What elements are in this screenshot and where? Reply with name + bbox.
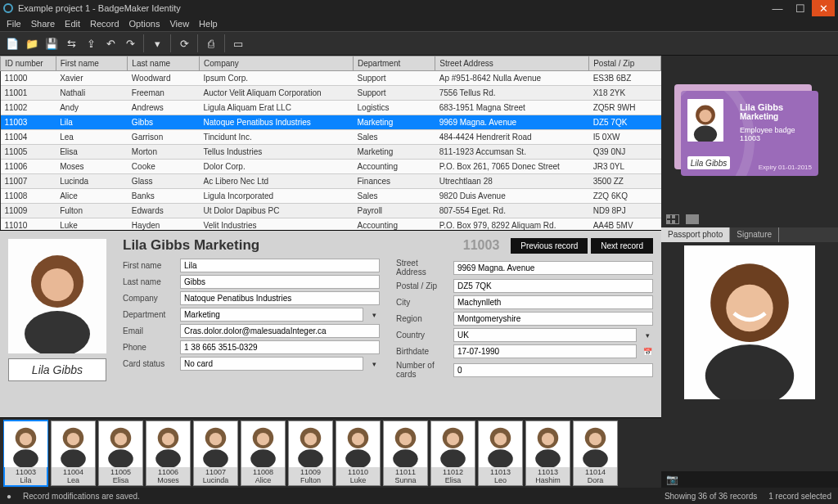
table-row[interactable]: 11002AndyAndrewsLigula Aliquam Erat LLCL… — [1, 101, 661, 115]
thumbnail[interactable]: 11014Dora — [573, 421, 618, 486]
status-bar: ● Record modifications are saved. Showin… — [0, 488, 838, 504]
table-row[interactable]: 11009FultonEdwardsUt Dolor Dapibus PCPay… — [1, 204, 661, 218]
thumbnail[interactable]: 11005Elisa — [98, 421, 143, 486]
field-input[interactable] — [453, 261, 653, 275]
column-header[interactable]: Street Address — [435, 56, 589, 71]
tab-passport-photo[interactable]: Passport photo — [661, 227, 730, 242]
thumbnail-strip[interactable]: 11003Lila11004Lea11005Elisa11006Moses110… — [0, 417, 661, 488]
field-input[interactable] — [453, 295, 653, 309]
thumbnail[interactable]: 11004Lea — [51, 421, 96, 486]
close-button[interactable]: ✕ — [812, 0, 835, 16]
thumb-id: 11008 — [253, 467, 273, 476]
undo-icon[interactable]: ↶ — [101, 34, 119, 52]
svg-point-10 — [67, 433, 79, 445]
table-row[interactable]: 11008AliceBanksLigula IncorporatedSales9… — [1, 189, 661, 204]
field-input[interactable] — [180, 291, 380, 305]
field-input[interactable] — [180, 324, 380, 338]
filter-icon[interactable]: ▾ — [148, 34, 166, 52]
table-row[interactable]: 11003LilaGibbsNatoque Penatibus Industri… — [1, 115, 661, 130]
thumbnail[interactable]: 11008Alice — [241, 421, 286, 486]
share-icon[interactable]: ⇆ — [62, 34, 80, 52]
next-record-button[interactable]: Next record — [591, 238, 653, 254]
table-row[interactable]: 11000XavierWoodwardIpsum Corp.SupportAp … — [1, 71, 661, 86]
field-input[interactable] — [180, 308, 363, 322]
field-label: Card status — [123, 359, 175, 368]
thumbnail[interactable]: 11003Lila — [3, 420, 48, 487]
table-row[interactable]: 11001NathaliFreemanAuctor Velit Aliquam … — [1, 86, 661, 101]
field-input[interactable] — [453, 328, 637, 342]
badge-card[interactable]: Lila Gibbs Lila Gibbs Marketing Employee… — [681, 91, 818, 176]
thumb-name: Lila — [20, 476, 31, 485]
column-header[interactable]: ID number — [1, 56, 56, 71]
open-icon[interactable]: 📁 — [23, 34, 41, 52]
thumbnail[interactable]: 11006Moses — [146, 421, 191, 486]
menu-view[interactable]: View — [169, 19, 189, 29]
separator — [170, 34, 171, 52]
field-input[interactable] — [180, 275, 380, 289]
separator — [224, 34, 225, 52]
chevron-down-icon[interactable]: ▾ — [368, 360, 380, 368]
new-icon[interactable]: 📄 — [3, 34, 21, 52]
column-header[interactable]: Postal / Zip — [589, 56, 661, 71]
record-detail: Lila Gibbs Lila Gibbs Marketing 11003 Pr… — [0, 231, 661, 417]
table-row[interactable]: 11010LukeHaydenVelit IndustriesAccountin… — [1, 218, 661, 232]
save-icon[interactable]: 💾 — [43, 34, 61, 52]
export-icon[interactable]: ⇪ — [82, 34, 100, 52]
field-input[interactable] — [453, 279, 653, 293]
maximize-button[interactable]: ☐ — [789, 0, 812, 16]
thumbnail[interactable]: 11009Fulton — [288, 421, 333, 486]
field-input[interactable] — [180, 357, 363, 371]
menu-options[interactable]: Options — [129, 19, 160, 29]
field-row: Postal / Zip — [396, 279, 653, 293]
svg-point-22 — [210, 433, 222, 445]
field-input[interactable] — [453, 344, 637, 358]
column-header[interactable]: Department — [354, 56, 435, 71]
field-input[interactable] — [453, 363, 653, 377]
column-header[interactable]: Last name — [128, 56, 200, 71]
table-row[interactable]: 11004LeaGarrisonTincidunt Inc.Sales484-4… — [1, 130, 661, 145]
table-row[interactable]: 11005ElisaMortonTellus IndustriesMarketi… — [1, 145, 661, 160]
grid-view-icon[interactable] — [666, 214, 679, 224]
column-header[interactable]: Company — [200, 56, 354, 71]
thumb-name: Dora — [588, 476, 604, 485]
chevron-down-icon[interactable]: ▾ — [368, 311, 380, 319]
table-row[interactable]: 11007LucindaGlassAc Libero Nec LtdFinanc… — [1, 174, 661, 189]
thumbnail[interactable]: 11011Sunna — [383, 421, 428, 486]
print-icon[interactable]: ⎙ — [202, 34, 220, 52]
calendar-icon[interactable]: 📅 — [642, 348, 653, 356]
records-table[interactable]: ID numberFirst nameLast nameCompanyDepar… — [0, 56, 661, 231]
thumbnail[interactable]: 11013Leo — [478, 421, 523, 486]
refresh-icon[interactable]: ⟳ — [175, 34, 193, 52]
status-selected: 1 record selected — [768, 492, 831, 501]
minimize-button[interactable]: — — [766, 0, 789, 16]
menu-file[interactable]: File — [7, 19, 21, 29]
tab-signature[interactable]: Signature — [730, 227, 779, 242]
menu-edit[interactable]: Edit — [65, 19, 80, 29]
thumb-id: 11012 — [443, 467, 463, 476]
chevron-down-icon[interactable]: ▾ — [642, 331, 653, 340]
single-view-icon[interactable] — [686, 214, 699, 224]
menu-record[interactable]: Record — [90, 19, 119, 29]
field-input[interactable] — [453, 312, 653, 326]
redo-icon[interactable]: ↷ — [121, 34, 139, 52]
menu-share[interactable]: Share — [31, 19, 55, 29]
thumb-id: 11014 — [585, 467, 606, 476]
passport-photo[interactable] — [684, 245, 815, 399]
camera-icon[interactable]: 📷 — [666, 474, 678, 485]
field-input[interactable] — [180, 259, 380, 272]
menubar: File Share Edit Record Options View Help — [0, 16, 838, 31]
thumbnail[interactable]: 11007Lucinda — [193, 421, 238, 486]
table-row[interactable]: 11006MosesCookeDolor Corp.AccountingP.O.… — [1, 160, 661, 174]
field-input[interactable] — [180, 340, 380, 354]
detail-signature[interactable]: Lila Gibbs — [8, 358, 106, 381]
previous-record-button[interactable]: Previous record — [511, 238, 588, 254]
thumb-name: Lucinda — [203, 476, 229, 485]
badge-icon[interactable]: ▭ — [229, 34, 247, 52]
thumb-photo — [241, 421, 285, 467]
column-header[interactable]: First name — [56, 56, 128, 71]
menu-help[interactable]: Help — [199, 19, 218, 29]
thumbnail[interactable]: 11012Elisa — [430, 421, 475, 486]
thumbnail[interactable]: 11010Luke — [336, 421, 381, 486]
detail-photo[interactable] — [8, 239, 106, 353]
thumbnail[interactable]: 11013Hashim — [525, 421, 570, 486]
